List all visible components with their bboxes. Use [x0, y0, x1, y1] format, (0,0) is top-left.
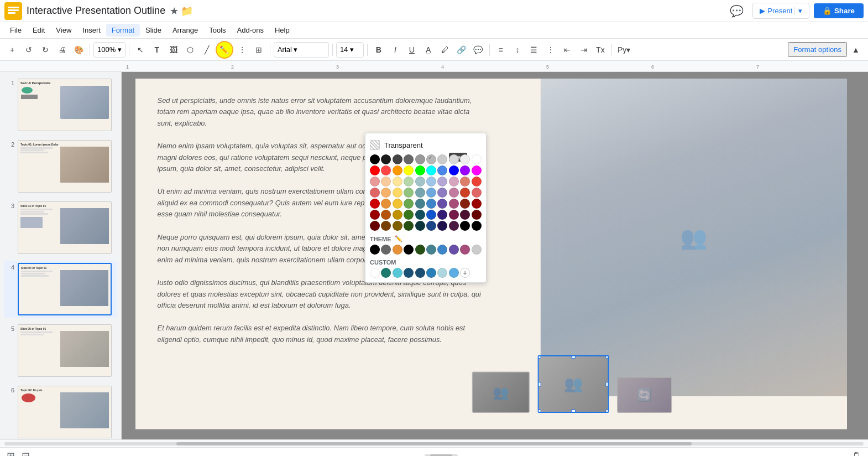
line-tool[interactable]: ╱: [199, 42, 215, 58]
color-cell[interactable]: [393, 177, 402, 186]
color-cell[interactable]: [460, 188, 470, 198]
custom-color-cell[interactable]: [415, 268, 425, 278]
photo-thumb-1[interactable]: 👥: [472, 372, 530, 413]
slide-thumb-5[interactable]: 5 Slide 05 of Topic 01: [4, 322, 117, 379]
color-cell[interactable]: [472, 210, 482, 220]
color-cell[interactable]: [381, 177, 391, 186]
theme-color-cell[interactable]: [415, 245, 425, 255]
color-cell[interactable]: [426, 199, 436, 209]
color-cell[interactable]: [437, 188, 447, 198]
align-button[interactable]: ≡: [493, 42, 509, 58]
bold-button[interactable]: B: [371, 42, 386, 58]
color-cell[interactable]: [449, 188, 459, 198]
line-spacing-button[interactable]: ↕: [510, 42, 525, 58]
underline-button[interactable]: U: [404, 42, 420, 58]
menu-edit[interactable]: Edit: [27, 24, 50, 37]
present-button[interactable]: ▶ Present ▾: [752, 3, 809, 19]
list-button[interactable]: ☰: [526, 42, 542, 58]
color-cell[interactable]: [393, 188, 402, 198]
color-cell[interactable]: [437, 210, 447, 220]
extra-button[interactable]: ⊞: [251, 42, 266, 58]
select-tool[interactable]: ↖: [133, 42, 148, 58]
numbered-list-button[interactable]: ⋮: [543, 42, 558, 58]
custom-color-cell[interactable]: [449, 268, 459, 278]
custom-color-cell[interactable]: [437, 268, 447, 278]
color-cell[interactable]: [437, 221, 447, 231]
comment-tb-button[interactable]: 💬: [470, 42, 486, 58]
custom-color-cell[interactable]: [426, 268, 436, 278]
transparent-button[interactable]: Transparent: [370, 138, 482, 154]
menu-file[interactable]: File: [4, 24, 27, 37]
color-cell[interactable]: [449, 199, 459, 209]
theme-color-cell[interactable]: [393, 245, 402, 255]
menu-addons[interactable]: Add-ons: [232, 24, 269, 37]
slide-num-button[interactable]: Py▾: [615, 42, 632, 58]
print-button[interactable]: 🖨: [54, 42, 70, 58]
color-cell[interactable]: [472, 165, 482, 175]
color-cell[interactable]: [415, 177, 425, 186]
color-cell[interactable]: [404, 154, 414, 164]
color-cell[interactable]: [415, 165, 425, 175]
color-cell[interactable]: [460, 154, 470, 164]
theme-color-cell[interactable]: [370, 245, 380, 255]
custom-color-cell[interactable]: [393, 268, 402, 278]
redo-button[interactable]: ↻: [38, 42, 53, 58]
color-cell[interactable]: [460, 165, 470, 175]
color-cell[interactable]: gray: [415, 154, 425, 164]
add-custom-color-button[interactable]: +: [460, 268, 470, 278]
menu-view[interactable]: View: [50, 24, 77, 37]
color-cell[interactable]: [460, 210, 470, 220]
link-button[interactable]: 🔗: [454, 42, 469, 58]
zoom-select[interactable]: 100% ▾: [93, 42, 126, 58]
color-cell[interactable]: [393, 154, 402, 164]
color-cell[interactable]: [404, 165, 414, 175]
color-cell[interactable]: [381, 221, 391, 231]
color-cell[interactable]: [415, 210, 425, 220]
text-tool[interactable]: T: [149, 42, 165, 58]
color-cell[interactable]: [393, 199, 402, 209]
menu-format[interactable]: Format: [106, 24, 140, 37]
color-cell[interactable]: [449, 177, 459, 186]
grid-view-button[interactable]: ⊞: [7, 450, 15, 457]
font-size-select[interactable]: 14 ▾: [336, 42, 364, 58]
color-cell[interactable]: [370, 210, 380, 220]
color-cell[interactable]: [370, 199, 380, 209]
color-cell[interactable]: [472, 188, 482, 198]
menu-insert[interactable]: Insert: [77, 24, 106, 37]
color-cell[interactable]: [404, 188, 414, 198]
color-cell[interactable]: [449, 221, 459, 231]
text-highlight-button[interactable]: 🖊: [437, 42, 453, 58]
color-cell[interactable]: [449, 154, 459, 164]
font-color-button[interactable]: A̲: [421, 42, 436, 58]
color-cell[interactable]: [404, 177, 414, 186]
color-cell[interactable]: [472, 177, 482, 186]
color-cell[interactable]: [393, 165, 402, 175]
color-cell[interactable]: [415, 221, 425, 231]
color-cell[interactable]: [381, 199, 391, 209]
menu-tools[interactable]: Tools: [203, 24, 231, 37]
folder-icon[interactable]: 📁: [181, 5, 193, 17]
color-cell[interactable]: [404, 199, 414, 209]
color-cell[interactable]: [437, 199, 447, 209]
color-cell[interactable]: [381, 154, 391, 164]
color-cell[interactable]: [437, 165, 447, 175]
color-cell[interactable]: [370, 188, 380, 198]
theme-color-cell[interactable]: [460, 245, 470, 255]
color-cell[interactable]: [370, 177, 380, 186]
theme-color-cell[interactable]: [426, 245, 436, 255]
h-scrollbar[interactable]: [0, 439, 868, 447]
indent-inc-button[interactable]: ⇥: [576, 42, 592, 58]
custom-color-cell[interactable]: [404, 268, 414, 278]
custom-color-cell[interactable]: [381, 268, 391, 278]
photo-thumb-3[interactable]: 🔄: [617, 377, 672, 413]
highlight-color-button[interactable]: ✏️: [217, 42, 232, 58]
color-cell[interactable]: [426, 221, 436, 231]
color-cell[interactable]: [472, 154, 482, 164]
comment-button[interactable]: 💬: [725, 2, 748, 20]
color-cell[interactable]: [472, 221, 482, 231]
color-cell[interactable]: [381, 188, 391, 198]
color-cell[interactable]: [370, 221, 380, 231]
color-cell[interactable]: [426, 210, 436, 220]
color-cell[interactable]: [393, 210, 402, 220]
color-cell[interactable]: [415, 199, 425, 209]
